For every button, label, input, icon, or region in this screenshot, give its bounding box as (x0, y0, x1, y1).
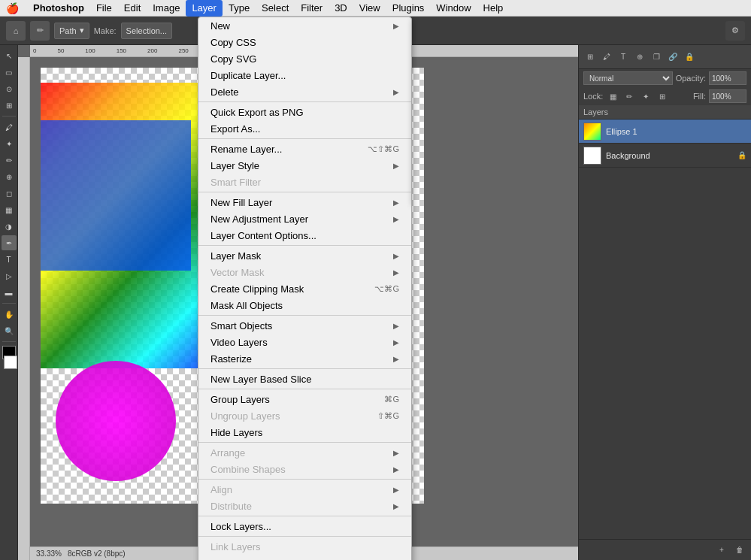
tool-brush[interactable]: ✏ (2, 153, 17, 168)
toolbar-extra1[interactable]: ⚙ (725, 21, 745, 41)
tool-clone[interactable]: ⊕ (2, 169, 17, 184)
panel-icon-1[interactable]: ⊞ (583, 50, 597, 64)
menubar-item-select[interactable]: Select (256, 0, 295, 17)
layer-item-background[interactable]: Background 🔒 (579, 144, 751, 168)
menu-item-delete[interactable]: Delete ▶ (198, 83, 411, 100)
menu-item-quick-export[interactable]: Quick Export as PNG (198, 104, 411, 120)
menubar-item-type[interactable]: Type (223, 0, 256, 17)
submenu-arrow-smart: ▶ (393, 322, 399, 330)
menubar-item-view[interactable]: View (353, 0, 386, 17)
menu-sep-3 (198, 192, 411, 192)
tool-move[interactable]: ↖ (2, 48, 17, 63)
menu-item-layer-style[interactable]: Layer Style ▶ (198, 157, 411, 174)
tool-select-rect[interactable]: ▭ (2, 65, 17, 80)
menu-item-layer-content-options[interactable]: Layer Content Options... (198, 227, 411, 244)
tool-lasso[interactable]: ⊙ (2, 81, 17, 96)
menubar-item-filter[interactable]: Filter (295, 0, 329, 17)
blue-rectangle (41, 120, 191, 271)
lock-label: Lock: (583, 92, 603, 101)
tool-hand[interactable]: ✋ (2, 307, 17, 322)
apple-menu[interactable]: 🍎 (6, 2, 18, 14)
menu-item-copy-css[interactable]: Copy CSS (198, 34, 411, 50)
menu-item-new-layer-based-slice[interactable]: New Layer Based Slice (198, 371, 411, 387)
panel-icon-5[interactable]: ❐ (650, 50, 663, 64)
panel-icon-4[interactable]: ⊕ (633, 50, 647, 64)
selection-label: Selection... (126, 26, 167, 35)
tool-eyedropper[interactable]: 🖍 (2, 120, 17, 135)
menu-item-create-clipping-mask[interactable]: Create Clipping Mask ⌥⌘G (198, 280, 411, 297)
toolbar-home-btn[interactable]: ⌂ (6, 21, 26, 41)
menubar-item-help[interactable]: Help (477, 0, 510, 17)
layer-item-ellipse1[interactable]: Ellipse 1 (579, 120, 751, 144)
menu-item-link-layers: Link Layers (198, 538, 411, 555)
tool-path-select[interactable]: ▷ (2, 268, 17, 283)
submenu-arrow-adj: ▶ (393, 215, 399, 223)
menubar-item-layer[interactable]: Layer (186, 0, 223, 17)
lock-transparent-icon[interactable]: ▦ (606, 89, 619, 103)
menu-item-export-as[interactable]: Export As... (198, 120, 411, 137)
menu-item-new-adj-layer[interactable]: New Adjustment Layer ▶ (198, 210, 411, 227)
layers-title: Layers (583, 107, 608, 117)
menu-item-hide-layers[interactable]: Hide Layers (198, 424, 411, 440)
menubar-item-plugins[interactable]: Plugins (386, 0, 431, 17)
menu-item-duplicate-layer[interactable]: Duplicate Layer... (198, 67, 411, 83)
menu-item-distribute: Distribute ▶ (198, 498, 411, 514)
tool-separator-2 (2, 303, 16, 304)
menu-item-group-layers[interactable]: Group Layers ⌘G (198, 391, 411, 407)
selection-dropdown[interactable]: Selection... (121, 23, 172, 39)
tool-heal[interactable]: ✦ (2, 136, 17, 151)
tool-blur[interactable]: ◑ (2, 219, 17, 234)
delete-layer-icon[interactable]: 🗑 (733, 543, 746, 557)
tool-zoom[interactable]: 🔍 (2, 323, 17, 338)
submenu-arrow-rasterize: ▶ (393, 355, 399, 363)
menu-sep-4 (198, 245, 411, 246)
menu-item-video-layers[interactable]: Video Layers ▶ (198, 334, 411, 350)
layer-thumb-ellipse1 (583, 123, 601, 141)
submenu-arrow-align: ▶ (393, 486, 399, 494)
menu-item-rasterize[interactable]: Rasterize ▶ (198, 350, 411, 367)
tool-crop[interactable]: ⊞ (2, 98, 17, 113)
menubar-item-file[interactable]: File (90, 0, 118, 17)
toolbar-brush-btn[interactable]: ✏ (30, 21, 50, 41)
menu-item-mask-objects[interactable]: Mask All Objects (198, 297, 411, 313)
menubar-item-photoshop[interactable]: Photoshop (27, 0, 90, 17)
tool-eraser[interactable]: ◻ (2, 186, 17, 201)
opacity-input[interactable] (709, 71, 746, 85)
layer-name-background: Background (606, 151, 733, 160)
tool-pen[interactable]: ✒ (2, 235, 17, 250)
menu-item-align: Align ▶ (198, 481, 411, 498)
menu-item-lock-layers[interactable]: Lock Layers... (198, 518, 411, 534)
panel-icon-2[interactable]: 🖍 (600, 50, 613, 64)
menu-item-smart-objects[interactable]: Smart Objects ▶ (198, 317, 411, 334)
menu-sep-2 (198, 138, 411, 139)
panel-icon-6[interactable]: 🔗 (666, 50, 680, 64)
menubar-item-3d[interactable]: 3D (329, 0, 353, 17)
submenu-arrow-delete: ▶ (393, 88, 399, 96)
menu-item-new-fill-layer[interactable]: New Fill Layer ▶ (198, 194, 411, 210)
add-layer-icon[interactable]: + (715, 543, 728, 557)
color-mode: 8cRGB v2 (8bpc) (68, 549, 126, 558)
layer-name-ellipse1: Ellipse 1 (606, 127, 746, 136)
menu-sep-1 (198, 101, 411, 102)
lock-image-icon[interactable]: ✏ (622, 89, 636, 103)
blend-mode-select[interactable]: Normal (583, 71, 673, 85)
right-panel: ⊞ 🖍 T ⊕ ❐ 🔗 🔒 Normal Opacity: Lock: ▦ ✏ … (578, 45, 751, 560)
path-dropdown[interactable]: Path ▾ (54, 23, 89, 39)
fill-input[interactable] (709, 89, 746, 103)
menubar-item-edit[interactable]: Edit (118, 0, 147, 17)
menu-item-rename-layer[interactable]: Rename Layer... ⌥⇧⌘G (198, 141, 411, 157)
panel-icon-3[interactable]: T (616, 50, 630, 64)
tool-shape[interactable]: ▬ (2, 285, 17, 300)
panel-icon-7[interactable]: 🔒 (683, 50, 696, 64)
background-color[interactable] (4, 356, 17, 369)
menu-item-new[interactable]: New ▶ Layer... ⇧⌘N Layer from Background… (198, 17, 411, 34)
tool-type[interactable]: T (2, 252, 17, 267)
lock-position-icon[interactable]: ✦ (639, 89, 653, 103)
menu-item-copy-svg[interactable]: Copy SVG (198, 50, 411, 67)
menu-item-vector-mask: Vector Mask ▶ (198, 264, 411, 280)
menu-item-layer-mask[interactable]: Layer Mask ▶ (198, 247, 411, 264)
lock-artboard-icon[interactable]: ⊞ (656, 89, 669, 103)
menubar-item-window[interactable]: Window (430, 0, 477, 17)
menubar-item-image[interactable]: Image (147, 0, 186, 17)
tool-gradient[interactable]: ▦ (2, 202, 17, 217)
